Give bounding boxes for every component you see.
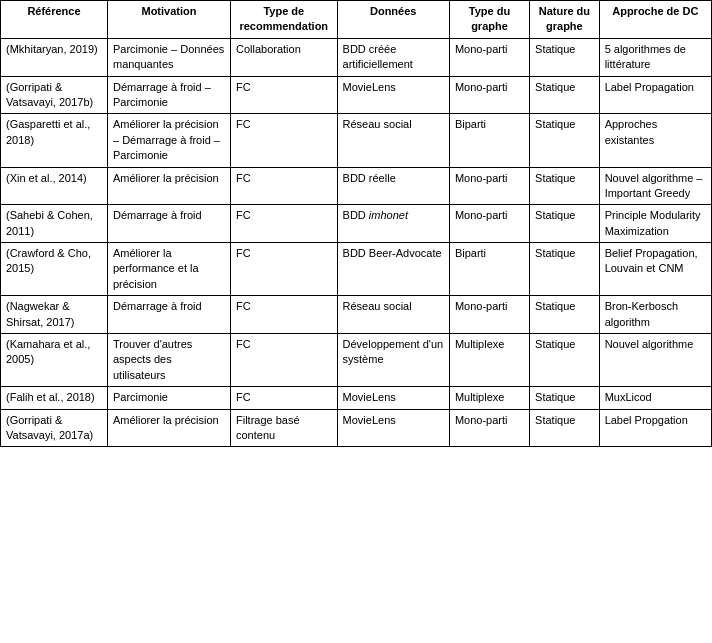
cell-motivation: Parcimonie – Données manquantes bbox=[107, 38, 230, 76]
cell-approche-dc: Bron-Kerbosch algorithm bbox=[599, 296, 711, 334]
cell-motivation: Améliorer la précision bbox=[107, 409, 230, 447]
cell-reference: (Xin et al., 2014) bbox=[1, 167, 108, 205]
cell-type-rec: FC bbox=[230, 114, 337, 167]
cell-motivation: Démarrage à froid bbox=[107, 296, 230, 334]
cell-approche-dc: Label Propagation bbox=[599, 76, 711, 114]
cell-donnees: MovieLens bbox=[337, 409, 449, 447]
cell-reference: (Gasparetti et al., 2018) bbox=[1, 114, 108, 167]
cell-nature-graphe: Statique bbox=[530, 38, 600, 76]
cell-nature-graphe: Statique bbox=[530, 387, 600, 409]
table-row: (Xin et al., 2014)Améliorer la précision… bbox=[1, 167, 712, 205]
cell-motivation: Démarrage à froid bbox=[107, 205, 230, 243]
cell-motivation: Trouver d'autres aspects des utilisateur… bbox=[107, 334, 230, 387]
cell-reference: (Kamahara et al., 2005) bbox=[1, 334, 108, 387]
cell-motivation: Améliorer la précision – Démarrage à fro… bbox=[107, 114, 230, 167]
table-row: (Nagwekar & Shirsat, 2017)Démarrage à fr… bbox=[1, 296, 712, 334]
cell-type-rec: FC bbox=[230, 167, 337, 205]
cell-reference: (Falih et al., 2018) bbox=[1, 387, 108, 409]
cell-motivation: Parcimonie bbox=[107, 387, 230, 409]
cell-reference: (Gorripati & Vatsavayi, 2017b) bbox=[1, 76, 108, 114]
cell-type-graphe: Mono-parti bbox=[449, 38, 529, 76]
cell-donnees: Développement d'un système bbox=[337, 334, 449, 387]
cell-type-rec: FC bbox=[230, 296, 337, 334]
header-nature-graphe: Nature du graphe bbox=[530, 1, 600, 39]
cell-type-graphe: Biparti bbox=[449, 243, 529, 296]
cell-donnees: MovieLens bbox=[337, 387, 449, 409]
cell-approche-dc: Approches existantes bbox=[599, 114, 711, 167]
cell-approche-dc: Belief Propagation, Louvain et CNM bbox=[599, 243, 711, 296]
cell-nature-graphe: Statique bbox=[530, 409, 600, 447]
cell-donnees: Réseau social bbox=[337, 296, 449, 334]
header-type-rec: Type de recommendation bbox=[230, 1, 337, 39]
cell-nature-graphe: Statique bbox=[530, 296, 600, 334]
table-row: (Gasparetti et al., 2018)Améliorer la pr… bbox=[1, 114, 712, 167]
table-row: (Sahebi & Cohen, 2011)Démarrage à froidF… bbox=[1, 205, 712, 243]
cell-approche-dc: Principle Modularity Maximization bbox=[599, 205, 711, 243]
cell-approche-dc: Label Propgation bbox=[599, 409, 711, 447]
main-table: Référence Motivation Type de recommendat… bbox=[0, 0, 712, 447]
header-type-graphe: Type du graphe bbox=[449, 1, 529, 39]
table-row: (Gorripati & Vatsavayi, 2017a)Améliorer … bbox=[1, 409, 712, 447]
cell-donnees: BDD réelle bbox=[337, 167, 449, 205]
cell-motivation: Améliorer la performance et la précision bbox=[107, 243, 230, 296]
cell-type-graphe: Multiplexe bbox=[449, 334, 529, 387]
cell-donnees: BDD imhonet bbox=[337, 205, 449, 243]
table-row: (Falih et al., 2018)ParcimonieFCMovieLen… bbox=[1, 387, 712, 409]
table-row: (Mkhitaryan, 2019)Parcimonie – Données m… bbox=[1, 38, 712, 76]
cell-type-rec: FC bbox=[230, 243, 337, 296]
header-reference: Référence bbox=[1, 1, 108, 39]
cell-approche-dc: 5 algorithmes de littérature bbox=[599, 38, 711, 76]
cell-type-graphe: Mono-parti bbox=[449, 76, 529, 114]
cell-nature-graphe: Statique bbox=[530, 167, 600, 205]
cell-reference: (Nagwekar & Shirsat, 2017) bbox=[1, 296, 108, 334]
cell-type-graphe: Mono-parti bbox=[449, 167, 529, 205]
cell-donnees: BDD créée artificiellement bbox=[337, 38, 449, 76]
cell-nature-graphe: Statique bbox=[530, 76, 600, 114]
cell-reference: (Gorripati & Vatsavayi, 2017a) bbox=[1, 409, 108, 447]
cell-motivation: Améliorer la précision bbox=[107, 167, 230, 205]
cell-approche-dc: Nouvel algorithme bbox=[599, 334, 711, 387]
header-motivation: Motivation bbox=[107, 1, 230, 39]
cell-approche-dc: Nouvel algorithme – Important Greedy bbox=[599, 167, 711, 205]
cell-type-rec: Collaboration bbox=[230, 38, 337, 76]
cell-type-rec: Filtrage basé contenu bbox=[230, 409, 337, 447]
header-approche-dc: Approche de DC bbox=[599, 1, 711, 39]
cell-reference: (Mkhitaryan, 2019) bbox=[1, 38, 108, 76]
cell-type-graphe: Mono-parti bbox=[449, 409, 529, 447]
cell-donnees: Réseau social bbox=[337, 114, 449, 167]
header-donnees: Données bbox=[337, 1, 449, 39]
cell-approche-dc: MuxLicod bbox=[599, 387, 711, 409]
table-row: (Crawford & Cho, 2015)Améliorer la perfo… bbox=[1, 243, 712, 296]
table-row: (Kamahara et al., 2005)Trouver d'autres … bbox=[1, 334, 712, 387]
cell-reference: (Sahebi & Cohen, 2011) bbox=[1, 205, 108, 243]
cell-motivation: Démarrage à froid – Parcimonie bbox=[107, 76, 230, 114]
cell-donnees: MovieLens bbox=[337, 76, 449, 114]
cell-type-rec: FC bbox=[230, 387, 337, 409]
cell-type-graphe: Multiplexe bbox=[449, 387, 529, 409]
cell-nature-graphe: Statique bbox=[530, 243, 600, 296]
table-row: (Gorripati & Vatsavayi, 2017b)Démarrage … bbox=[1, 76, 712, 114]
cell-nature-graphe: Statique bbox=[530, 114, 600, 167]
cell-type-rec: FC bbox=[230, 76, 337, 114]
cell-reference: (Crawford & Cho, 2015) bbox=[1, 243, 108, 296]
cell-type-rec: FC bbox=[230, 205, 337, 243]
cell-nature-graphe: Statique bbox=[530, 334, 600, 387]
cell-type-rec: FC bbox=[230, 334, 337, 387]
cell-donnees: BDD Beer-Advocate bbox=[337, 243, 449, 296]
cell-type-graphe: Mono-parti bbox=[449, 296, 529, 334]
cell-nature-graphe: Statique bbox=[530, 205, 600, 243]
cell-type-graphe: Biparti bbox=[449, 114, 529, 167]
cell-type-graphe: Mono-parti bbox=[449, 205, 529, 243]
